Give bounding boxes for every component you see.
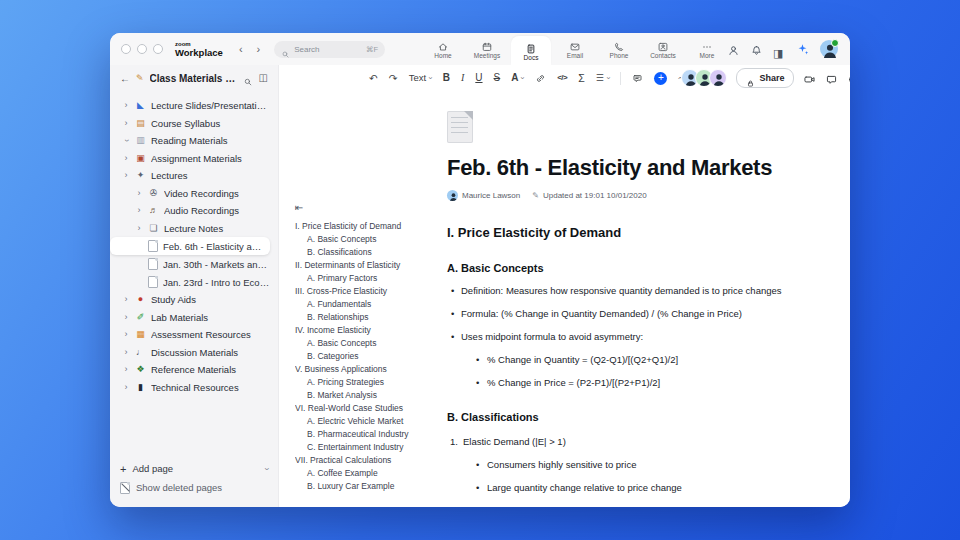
document-title[interactable]: Feb. 6th - Elasticity and Markets [447, 155, 819, 181]
forward-arrow-icon[interactable]: › [257, 43, 261, 55]
sidebar-page-item[interactable]: Jan. 23rd - Intro to Econo... [110, 273, 278, 291]
back-arrow-icon[interactable]: ‹ [239, 43, 243, 55]
sidebar-folder-item[interactable]: ›▮Technical Resources [110, 379, 278, 397]
tab-contacts[interactable]: Contacts [643, 33, 683, 65]
close-window-button[interactable] [121, 44, 131, 54]
add-page-button[interactable]: + Add page › [120, 459, 268, 478]
chevron-right-icon[interactable]: › [122, 101, 130, 110]
sidebar-collapse-icon[interactable]: ◫ [259, 73, 268, 83]
toc-item[interactable]: B. Pharmaceutical Industry [295, 428, 441, 441]
chevron-down-icon[interactable]: › [262, 467, 272, 470]
toc-item[interactable]: A. Basic Concepts [295, 337, 441, 350]
toc-item[interactable]: A. Electric Vehicle Market [295, 415, 441, 428]
tab-meetings[interactable]: Meetings [467, 33, 507, 65]
text-color-dropdown[interactable]: A› [511, 73, 524, 83]
toc-item[interactable]: A. Pricing Strategies [295, 376, 441, 389]
side-panel-toggle-icon[interactable]: ◨ [773, 43, 786, 56]
toc-item[interactable]: B. Market Analysis [295, 389, 441, 402]
sidebar-page-item[interactable]: Feb. 6th - Elasticity and M... [110, 237, 270, 255]
chat-bubble-icon[interactable] [825, 72, 838, 85]
toc-item[interactable]: III. Cross-Price Elasticity [295, 285, 441, 298]
document-content[interactable]: Feb. 6th - Elasticity and Markets Mauric… [447, 91, 819, 507]
toc-item[interactable]: V. Business Applications [295, 363, 441, 376]
sidebar-search-icon[interactable] [243, 73, 253, 83]
toc-item[interactable]: VII. Practical Calculations [295, 454, 441, 467]
toc-item[interactable]: IV. Income Elasticity [295, 324, 441, 337]
tab-phone[interactable]: Phone [599, 33, 639, 65]
toc-item[interactable]: II. Determinants of Elasticity [295, 259, 441, 272]
link-icon[interactable] [535, 73, 546, 84]
chevron-right-icon[interactable]: › [122, 119, 130, 128]
chevron-right-icon[interactable]: › [122, 295, 130, 304]
minimize-window-button[interactable] [137, 44, 147, 54]
chevron-down-icon[interactable]: › [122, 137, 131, 145]
chevron-right-icon[interactable]: › [122, 348, 130, 357]
chevron-right-icon[interactable]: › [122, 313, 130, 322]
tab-docs[interactable]: Docs [511, 36, 551, 65]
undo-icon[interactable]: ↶ [369, 73, 378, 84]
chevron-right-icon[interactable]: › [135, 189, 143, 198]
toc-item[interactable]: A. Basic Concepts [295, 233, 441, 246]
back-icon[interactable]: ← [120, 73, 130, 84]
italic-button[interactable]: I [461, 73, 464, 83]
insert-plus-button[interactable]: + [654, 72, 667, 85]
strikethrough-button[interactable]: S [494, 73, 501, 83]
user-avatar[interactable] [820, 40, 838, 58]
toc-item[interactable]: VI. Real-World Case Studies [295, 402, 441, 415]
globe-icon[interactable] [847, 72, 850, 85]
sidebar-folder-item[interactable]: ›◣Lecture Slides/Presentations [110, 97, 278, 115]
sidebar-folder-item[interactable]: ›▦Assessment Resources [110, 326, 278, 344]
collaborator-avatar[interactable] [709, 69, 727, 87]
notifications-bell-icon[interactable] [750, 43, 763, 56]
sidebar-folder-item[interactable]: ›✦Lectures [110, 167, 278, 185]
share-button[interactable]: Share [736, 68, 794, 88]
chevron-right-icon[interactable]: › [122, 383, 130, 392]
outline-collapse-icon[interactable]: ⇤ [295, 202, 303, 213]
profile-icon[interactable] [727, 43, 740, 56]
chevron-right-icon[interactable]: › [122, 365, 130, 374]
toc-item[interactable]: I. Price Elasticity of Demand [295, 220, 441, 233]
sidebar-folder-item[interactable]: ›♬Audio Recordings [110, 202, 278, 220]
redo-icon[interactable]: ↷ [389, 73, 398, 84]
sidebar-folder-item[interactable]: ›●Study Aids [110, 291, 278, 309]
code-block-button[interactable]: </> [557, 74, 567, 82]
bold-button[interactable]: B [443, 73, 450, 83]
global-search-input[interactable]: Search ⌘F [274, 41, 385, 58]
tab-more[interactable]: More [687, 33, 727, 65]
document-scroll-area[interactable]: ⇤ I. Price Elasticity of DemandA. Basic … [279, 91, 850, 507]
video-call-icon[interactable] [803, 72, 816, 85]
toc-item[interactable]: C. Entertainment Industry [295, 441, 441, 454]
underline-button[interactable]: U [475, 73, 482, 83]
chevron-right-icon[interactable]: › [135, 206, 143, 215]
comment-icon[interactable] [632, 73, 643, 84]
toc-item[interactable]: B. Luxury Car Example [295, 480, 441, 493]
toc-item[interactable]: B. Categories [295, 350, 441, 363]
show-deleted-pages-button[interactable]: Show deleted pages [120, 478, 268, 497]
toc-item[interactable]: B. Classifications [295, 246, 441, 259]
tab-email[interactable]: Email [555, 33, 595, 65]
chevron-right-icon[interactable]: › [135, 224, 143, 233]
text-style-dropdown[interactable]: Text› [409, 73, 432, 83]
list-align-dropdown[interactable]: ☰› [596, 74, 610, 83]
sidebar-folder-item[interactable]: ›✐Lab Materials [110, 309, 278, 327]
sidebar-page-item[interactable]: Jan. 30th - Markets and P... [110, 255, 278, 273]
toc-item[interactable]: B. Relationships [295, 311, 441, 324]
toc-item[interactable]: A. Coffee Example [295, 467, 441, 480]
window-controls[interactable] [121, 44, 163, 54]
sidebar-folder-item[interactable]: ›♩Discussion Materials [110, 344, 278, 362]
tab-home[interactable]: Home [423, 33, 463, 65]
toc-item[interactable]: A. Primary Factors [295, 272, 441, 285]
sidebar-folder-item[interactable]: ›▣Assignment Materials [110, 150, 278, 168]
sidebar-folder-item[interactable]: ›❖Reference Materials [110, 361, 278, 379]
toc-item[interactable]: A. Fundamentals [295, 298, 441, 311]
chevron-right-icon[interactable]: › [122, 330, 130, 339]
hub-title[interactable]: Class Materials Hub [150, 73, 237, 84]
sidebar-folder-item[interactable]: ›✇Video Recordings [110, 185, 278, 203]
ai-companion-sparkle-icon[interactable] [796, 42, 810, 56]
sidebar-folder-item[interactable]: ›❏Lecture Notes [110, 220, 278, 238]
maximize-window-button[interactable] [153, 44, 163, 54]
chevron-right-icon[interactable]: › [122, 171, 130, 180]
chevron-right-icon[interactable]: › [122, 154, 130, 163]
sidebar-folder-item[interactable]: ›▥Reading Materials [110, 132, 278, 150]
sidebar-folder-item[interactable]: ›▤Course Syllabus [110, 115, 278, 133]
